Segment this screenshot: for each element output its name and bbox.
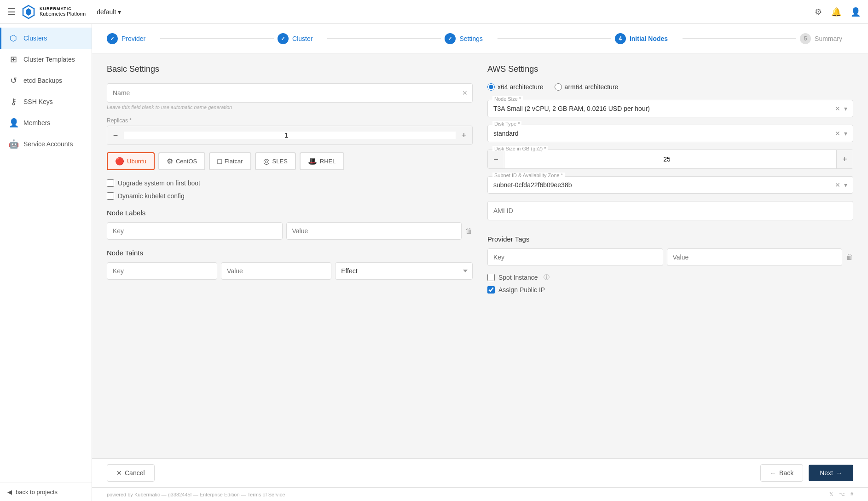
disk-type-field: Disk Type * standard ✕ ▾ [487, 125, 853, 142]
disk-size-increment-button[interactable]: + [836, 150, 853, 168]
sidebar-item-ssh-keys[interactable]: ⚷ SSH Keys [0, 91, 92, 112]
provider-tags-key-input[interactable] [487, 248, 663, 266]
subnet-label: Subnet ID & Availability Zone * [492, 173, 565, 178]
assign-public-ip-checkbox[interactable] [487, 286, 495, 294]
back-label: Back [779, 469, 793, 477]
ubuntu-icon: 🔴 [115, 157, 124, 166]
disk-type-clear-icon[interactable]: ✕ [835, 130, 840, 137]
dynamic-kubelet-checkbox[interactable] [107, 192, 114, 200]
sidebar-item-etcd-backups[interactable]: ↺ etcd Backups [0, 70, 92, 91]
clusters-icon: ⬡ [9, 33, 18, 43]
rhel-icon: 🎩 [308, 157, 317, 166]
os-tab-centos[interactable]: ⚙ CentOS [158, 152, 205, 170]
provider-tags-row: 🗑 [487, 248, 853, 266]
arch-x64-radio[interactable] [487, 83, 495, 91]
upgrade-system-checkbox[interactable] [107, 179, 114, 187]
architecture-radio-group: x64 architecture arm64 architecture [487, 83, 853, 91]
etcd-backups-icon: ↺ [9, 75, 18, 86]
node-taints-effect-select[interactable]: Effect NoSchedule PreferNoSchedule NoExe… [335, 262, 473, 280]
os-tab-flatcar[interactable]: □ Flatcar [209, 152, 251, 170]
arch-x64-option[interactable]: x64 architecture [487, 83, 544, 91]
wizard-step-cluster[interactable]: ✓ Cluster [278, 33, 324, 44]
os-tab-sles-label: SLES [272, 158, 288, 165]
back-arrow-icon: ◀ [7, 489, 12, 495]
sidebar-label-cluster-templates: Cluster Templates [23, 56, 75, 63]
topnav: ☰ KUBERMATIC Kubernetes Platform default… [0, 0, 868, 24]
cancel-button[interactable]: ✕ Cancel [107, 464, 155, 482]
project-selector[interactable]: default ▾ [97, 8, 121, 16]
github-icon[interactable]: ⌥ [839, 491, 845, 497]
replicas-decrement-button[interactable]: − [107, 126, 124, 144]
back-button[interactable]: ← Back [760, 464, 803, 482]
wizard-step-initial-nodes[interactable]: 4 Initial Nodes [615, 33, 679, 44]
name-input[interactable] [107, 84, 472, 102]
assign-public-ip-row: Assign Public IP [487, 286, 853, 294]
wizard-step-summary[interactable]: 5 Summary [800, 33, 853, 44]
disk-size-field: Disk Size in GB (gp2) * − + [487, 150, 853, 169]
next-label: Next [820, 469, 833, 477]
sidebar-label-etcd-backups: etcd Backups [23, 77, 62, 84]
back-to-projects[interactable]: ◀ back to projects [0, 483, 92, 501]
sidebar-item-service-accounts[interactable]: 🤖 Service Accounts [0, 133, 92, 155]
wizard-step-provider[interactable]: ✓ Provider [107, 33, 156, 44]
os-tab-sles[interactable]: ◎ SLES [255, 152, 296, 170]
back-arrow-icon: ← [770, 469, 776, 477]
os-tab-rhel-label: RHEL [320, 158, 336, 165]
spot-instance-info-icon[interactable]: ⓘ [544, 273, 550, 282]
node-size-label: Node Size * [492, 96, 523, 102]
disk-size-input[interactable] [504, 151, 836, 167]
os-tab-ubuntu[interactable]: 🔴 Ubuntu [107, 152, 155, 170]
subnet-value: subnet-0cfda22f6b09ee38b [493, 181, 835, 189]
settings-icon[interactable]: ⚙ [815, 7, 822, 17]
provider-tags-value-input[interactable] [667, 248, 843, 266]
arch-x64-label: x64 architecture [498, 83, 544, 91]
name-wrapper: ✕ [107, 83, 473, 103]
ami-id-input[interactable] [487, 201, 853, 220]
sidebar-item-clusters[interactable]: ⬡ Clusters [0, 28, 92, 49]
cluster-templates-icon: ⊞ [9, 54, 18, 64]
footer-right: ← Back Next → [760, 464, 853, 482]
node-taints-value-input[interactable] [221, 262, 331, 280]
node-labels-delete-button[interactable]: 🗑 [465, 227, 473, 235]
replicas-field-group: Replicas * − + [107, 117, 473, 145]
user-icon[interactable]: 👤 [851, 7, 861, 17]
spot-instance-checkbox[interactable] [487, 274, 495, 281]
subnet-clear-icon[interactable]: ✕ [835, 181, 840, 189]
provider-tags-delete-button[interactable]: 🗑 [846, 253, 853, 261]
twitter-icon[interactable]: 𝕏 [829, 491, 833, 497]
cancel-label: Cancel [125, 469, 145, 477]
logo-line2: Kubernetes Platform [40, 11, 86, 17]
bell-icon[interactable]: 🔔 [831, 7, 841, 17]
disk-type-label: Disk Type * [492, 121, 521, 127]
sidebar-item-cluster-templates[interactable]: ⊞ Cluster Templates [0, 49, 92, 70]
node-labels-value-input[interactable] [286, 222, 462, 240]
disk-size-label: Disk Size in GB (gp2) * [492, 146, 548, 151]
os-tab-rhel[interactable]: 🎩 RHEL [300, 152, 344, 170]
arch-arm64-label: arm64 architecture [565, 83, 619, 91]
disk-size-decrement-button[interactable]: − [488, 150, 504, 168]
menu-icon[interactable]: ☰ [7, 6, 16, 17]
name-clear-button[interactable]: ✕ [462, 89, 468, 97]
basic-settings-panel: Basic Settings ✕ Leave this field blank … [107, 64, 473, 447]
replicas-input[interactable] [124, 132, 456, 139]
node-taints-title: Node Taints [107, 249, 473, 257]
node-size-dropdown-icon[interactable]: ▾ [844, 105, 847, 112]
replicas-increment-button[interactable]: + [456, 126, 472, 144]
slack-icon[interactable]: # [851, 491, 853, 497]
wizard-step-settings[interactable]: ✓ Settings [445, 33, 494, 44]
provider-tags-title: Provider Tags [487, 235, 853, 243]
arch-arm64-radio[interactable] [555, 83, 562, 91]
node-size-field: Node Size * T3A Small (2 vCPU, 2 GB RAM,… [487, 100, 853, 117]
flatcar-icon: □ [217, 157, 222, 166]
node-taints-key-input[interactable] [107, 262, 217, 280]
powered-by-text: powered by Kubermatic — g3382445f — Ente… [107, 492, 285, 497]
disk-type-dropdown-icon[interactable]: ▾ [844, 130, 847, 137]
next-button[interactable]: Next → [809, 465, 853, 481]
subnet-dropdown-icon[interactable]: ▾ [844, 181, 847, 189]
sidebar-label-clusters: Clusters [23, 35, 47, 42]
arch-arm64-option[interactable]: arm64 architecture [555, 83, 619, 91]
wizard-divider-1 [160, 38, 274, 39]
node-size-clear-icon[interactable]: ✕ [835, 105, 840, 112]
node-labels-key-input[interactable] [107, 222, 283, 240]
sidebar-item-members[interactable]: 👤 Members [0, 112, 92, 133]
